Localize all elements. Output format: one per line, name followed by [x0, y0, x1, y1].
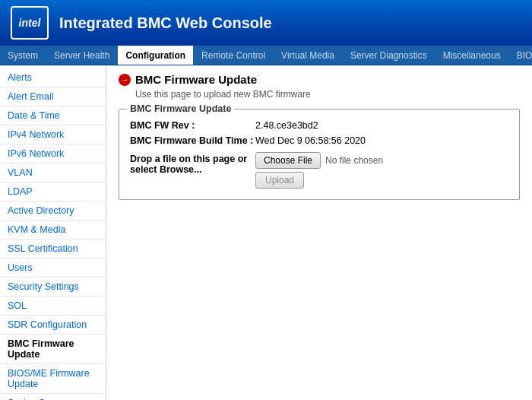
- sidebar-item-ipv6-network[interactable]: IPv6 Network: [0, 144, 106, 163]
- sidebar-item-ssl-certification[interactable]: SSL Certification: [0, 240, 106, 259]
- header: intel Integrated BMC Web Console: [0, 0, 532, 46]
- no-file-text: No file chosen: [325, 155, 383, 166]
- sidebar-item-syslog-server-configuration[interactable]: Syslog Server Configuration: [0, 394, 106, 400]
- sidebar-item-sdr-configuration[interactable]: SDR Configuration: [0, 316, 106, 335]
- sidebar-item-alert-email[interactable]: Alert Email: [0, 87, 106, 106]
- sidebar-item-vlan[interactable]: VLAN: [0, 163, 106, 183]
- page-subtitle: Use this page to upload new BMC firmware: [135, 89, 520, 100]
- content-area: Alerts Alert Email Date & Time IPv4 Netw…: [0, 65, 532, 400]
- nav-virtual-media[interactable]: Virtual Media: [274, 46, 343, 65]
- sidebar-item-security-settings[interactable]: Security Settings: [0, 278, 106, 297]
- file-label: Drop a file on this page or select Brows…: [130, 152, 255, 175]
- sidebar-item-alerts[interactable]: Alerts: [0, 68, 106, 87]
- build-time-label: BMC Firmware Build Time :: [130, 135, 255, 146]
- arrow-icon: [119, 74, 131, 86]
- build-time-row: BMC Firmware Build Time : Wed Dec 9 06:5…: [130, 135, 508, 146]
- sidebar-item-active-directory[interactable]: Active Directory: [0, 202, 106, 221]
- nav-remote-control[interactable]: Remote Control: [194, 46, 274, 65]
- sidebar-item-sol[interactable]: SOL: [0, 297, 106, 316]
- sidebar-item-bios-me-firmware-update[interactable]: BIOS/ME Firmware Update: [0, 364, 106, 394]
- main-content: BMC Firmware Update Use this page to upl…: [106, 65, 532, 400]
- navbar: System Server Health Configuration Remot…: [0, 46, 532, 65]
- firmware-update-box: BMC Firmware Update BMC FW Rev : 2.48.ce…: [119, 109, 520, 200]
- intel-logo-text: intel: [19, 17, 41, 29]
- nav-system[interactable]: System: [0, 46, 46, 65]
- sidebar-item-date-time[interactable]: Date & Time: [0, 106, 106, 125]
- sidebar-item-ldap[interactable]: LDAP: [0, 183, 106, 202]
- intel-logo: intel: [11, 6, 49, 40]
- sidebar-item-bmc-firmware-update[interactable]: BMC Firmware Update: [0, 335, 106, 364]
- fw-rev-row: BMC FW Rev : 2.48.ce3e3bd2: [130, 120, 508, 131]
- build-time-value: Wed Dec 9 06:58:56 2020: [255, 135, 366, 146]
- nav-miscellaneous[interactable]: Miscellaneous: [435, 46, 509, 65]
- file-row: Drop a file on this page or select Brows…: [130, 152, 508, 189]
- nav-configuration[interactable]: Configuration: [118, 46, 194, 65]
- fw-rev-label: BMC FW Rev :: [130, 120, 255, 131]
- fw-rev-value: 2.48.ce3e3bd2: [255, 120, 318, 131]
- firmware-box-title: BMC Firmware Update: [127, 103, 234, 114]
- file-input-row: Choose File No file chosen: [255, 152, 383, 169]
- sidebar-item-ipv4-network[interactable]: IPv4 Network: [0, 125, 106, 144]
- nav-bios-configurations[interactable]: BIOS Configurations: [509, 46, 532, 65]
- sidebar: Alerts Alert Email Date & Time IPv4 Netw…: [0, 65, 106, 400]
- nav-server-diagnostics[interactable]: Server Diagnostics: [343, 46, 435, 65]
- upload-button[interactable]: Upload: [255, 172, 304, 189]
- file-controls: Choose File No file chosen Upload: [255, 152, 383, 189]
- page-title: BMC Firmware Update: [135, 73, 257, 86]
- page-header: BMC Firmware Update: [119, 73, 520, 86]
- sidebar-item-kvm-media[interactable]: KVM & Media: [0, 221, 106, 240]
- header-title: Integrated BMC Web Console: [59, 14, 272, 32]
- nav-server-health[interactable]: Server Health: [46, 46, 118, 65]
- sidebar-item-users[interactable]: Users: [0, 259, 106, 278]
- choose-file-button[interactable]: Choose File: [255, 152, 321, 169]
